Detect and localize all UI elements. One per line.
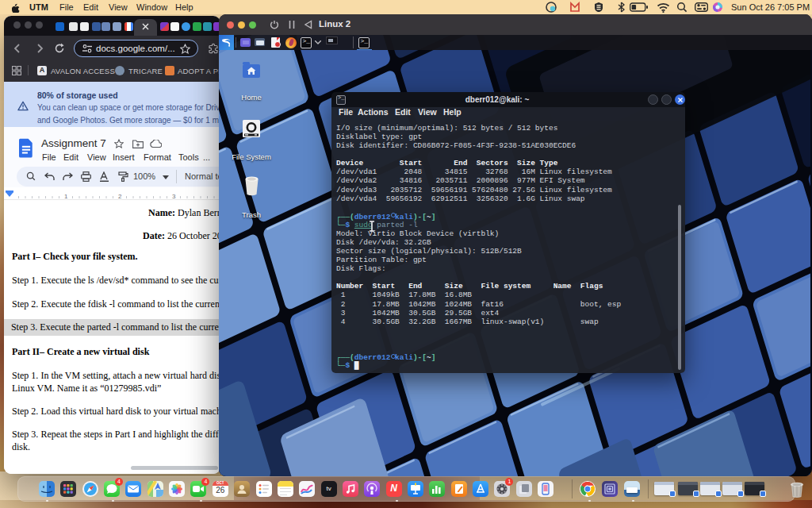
svg-text:3: 3 <box>172 193 176 200</box>
svg-text:2: 2 <box>118 193 122 200</box>
svg-text:1: 1 <box>64 193 68 200</box>
